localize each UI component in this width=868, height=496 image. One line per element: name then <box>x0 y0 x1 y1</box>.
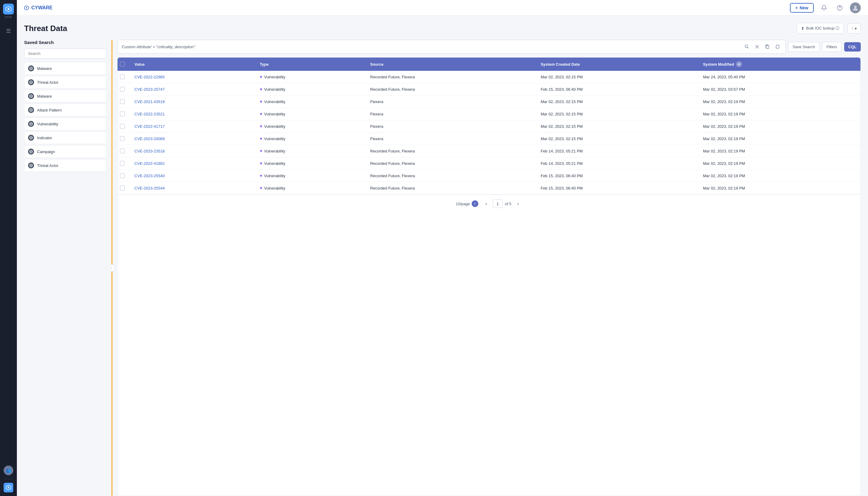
row-value[interactable]: CVE-2023-25540 <box>135 174 165 178</box>
row-checkbox[interactable] <box>120 87 125 92</box>
saved-search-item[interactable]: Indicator <box>24 131 107 144</box>
cql-button[interactable]: CQL <box>844 42 861 51</box>
vulnerability-heart-icon: ♥ <box>260 124 262 129</box>
new-button-label: New <box>800 5 808 10</box>
sidebar-menu-icon[interactable]: ☰ <box>0 25 17 37</box>
add-column-icon[interactable]: + <box>736 61 742 67</box>
table-row: CVE-2022-41862 ♥ Vulnerability Recorded … <box>118 157 861 170</box>
row-value[interactable]: CVE-2022-23521 <box>135 112 165 116</box>
export-dropdown-icon: ▾ <box>855 26 857 31</box>
prev-page-button[interactable]: ‹ <box>482 200 490 208</box>
row-modified-date-cell: Mar 02, 2023, 02:19 PM <box>698 95 861 108</box>
sidebar-users-icon[interactable]: 👥 <box>4 466 13 475</box>
row-value-cell: CVE-2022-41862 <box>129 157 255 170</box>
user-avatar[interactable] <box>850 2 861 13</box>
row-source-cell: Flexera <box>365 120 536 133</box>
bulk-ioc-button[interactable]: ⬆ Bulk IOC lookup ⓘ <box>796 23 844 34</box>
nav-logo: CYWARE <box>24 5 52 11</box>
row-created-date: Mar 02, 2023, 02:15 PM <box>541 99 583 104</box>
row-value[interactable]: CVE-2023-25747 <box>135 87 165 92</box>
th-type: Type <box>255 58 365 71</box>
filters-button[interactable]: Filters <box>822 42 841 52</box>
per-page-selector[interactable]: 10/page ✓ <box>456 200 478 207</box>
row-value[interactable]: CVE-2022-41717 <box>135 124 165 129</box>
saved-search-item[interactable]: Attack Pattern <box>24 104 107 116</box>
per-page-check-icon: ✓ <box>472 200 478 207</box>
row-created-date-cell: Feb 14, 2023, 05:21 PM <box>536 145 698 157</box>
saved-search-item-label: Threat Actor <box>37 80 59 85</box>
saved-search-item[interactable]: Malware <box>24 90 107 103</box>
page-actions: ⬆ Bulk IOC lookup ⓘ ↑ ▾ <box>796 23 861 34</box>
refresh-icon-btn[interactable] <box>773 43 782 51</box>
svg-point-3 <box>8 487 9 489</box>
next-page-button[interactable]: › <box>514 200 522 208</box>
row-checkbox[interactable] <box>120 74 125 79</box>
row-checkbox[interactable] <box>120 124 125 129</box>
sidebar-cyware-icon[interactable] <box>4 483 13 492</box>
notifications-button[interactable] <box>819 2 830 13</box>
row-value-cell: CVE-2023-23518 <box>129 145 255 157</box>
row-checkbox[interactable] <box>120 161 125 166</box>
clear-icon-btn[interactable] <box>753 43 761 51</box>
app-sidebar: CTIX ☰ 👥 <box>0 0 17 496</box>
table-row: CVE-2023-25544 ♥ Vulnerability Recorded … <box>118 182 861 195</box>
row-value[interactable]: CVE-2022-22965 <box>135 75 165 79</box>
saved-search-input[interactable] <box>24 48 107 59</box>
th-modified-date: System Modified + <box>698 58 861 71</box>
row-type-label: Vulnerability <box>264 186 285 190</box>
row-created-date: Feb 15, 2023, 06:40 PM <box>541 174 583 178</box>
saved-search-item[interactable]: Vulnerability <box>24 118 107 130</box>
row-value-cell: CVE-2023-25544 <box>129 182 255 195</box>
row-type-cell: ♥ Vulnerability <box>255 157 365 170</box>
copy-icon-btn[interactable] <box>763 43 772 51</box>
saved-search-panel: Saved Search Malware Threat Actor <box>24 40 111 496</box>
select-all-checkbox[interactable] <box>120 62 125 66</box>
row-checkbox[interactable] <box>120 149 125 153</box>
row-type-cell: ♥ Vulnerability <box>255 120 365 133</box>
row-modified-date: Mar 02, 2023, 02:19 PM <box>703 149 745 153</box>
row-checkbox[interactable] <box>120 99 125 104</box>
top-nav: CYWARE + New <box>17 0 868 16</box>
row-source-cell: Flexera <box>365 108 536 120</box>
data-table-container: Value Type Source System Created Date Sy… <box>117 57 861 496</box>
row-type-badge: ♥ Vulnerability <box>260 149 360 153</box>
row-type-cell: ♥ Vulnerability <box>255 133 365 145</box>
saved-search-globe-icon <box>28 149 34 155</box>
row-checkbox-cell <box>118 108 129 120</box>
row-created-date: Feb 14, 2023, 05:21 PM <box>541 149 583 153</box>
row-modified-date: Mar 02, 2023, 02:19 PM <box>703 137 745 141</box>
row-checkbox[interactable] <box>120 173 125 178</box>
row-source: Flexera <box>370 137 383 141</box>
row-value[interactable]: CVE-2023-20069 <box>135 137 165 141</box>
saved-search-item[interactable]: Campaign <box>24 145 107 158</box>
row-value[interactable]: CVE-2021-43519 <box>135 99 165 104</box>
top-nav-right: + New <box>790 2 861 13</box>
row-checkbox[interactable] <box>120 186 125 190</box>
row-value[interactable]: CVE-2023-25544 <box>135 186 165 190</box>
row-value-cell: CVE-2022-23521 <box>129 108 255 120</box>
row-modified-date-cell: Mar 24, 2023, 05:40 PM <box>698 71 861 83</box>
save-search-button[interactable]: Save Search <box>788 42 820 52</box>
th-checkbox[interactable] <box>118 58 129 71</box>
saved-search-item[interactable]: Threat Actor <box>24 76 107 89</box>
search-query-box[interactable]: 'Custom Attribute' = "criticality_descri… <box>117 40 786 53</box>
table-body: CVE-2022-22965 ♥ Vulnerability Recorded … <box>118 71 861 195</box>
table-row: CVE-2023-25540 ♥ Vulnerability Recorded … <box>118 170 861 182</box>
help-button[interactable] <box>834 2 845 13</box>
row-value[interactable]: CVE-2023-23518 <box>135 149 165 153</box>
search-icon-btn[interactable] <box>743 43 751 51</box>
svg-point-7 <box>839 9 840 10</box>
row-source: Recorded Future, Flexera <box>370 186 415 190</box>
saved-search-item[interactable]: Malware <box>24 62 107 75</box>
row-checkbox[interactable] <box>120 111 125 116</box>
saved-search-item-label: Attack Pattern <box>37 108 62 112</box>
new-button[interactable]: + New <box>790 3 814 13</box>
row-created-date: Feb 15, 2023, 06:40 PM <box>541 186 583 190</box>
export-button[interactable]: ↑ ▾ <box>848 24 861 33</box>
page-input[interactable] <box>493 200 502 208</box>
table-header: Value Type Source System Created Date Sy… <box>118 58 861 71</box>
row-value[interactable]: CVE-2022-41862 <box>135 161 165 166</box>
row-checkbox[interactable] <box>120 136 125 141</box>
saved-search-item[interactable]: Threat Actor <box>24 159 107 172</box>
app-name-label: CTIX <box>5 16 12 19</box>
